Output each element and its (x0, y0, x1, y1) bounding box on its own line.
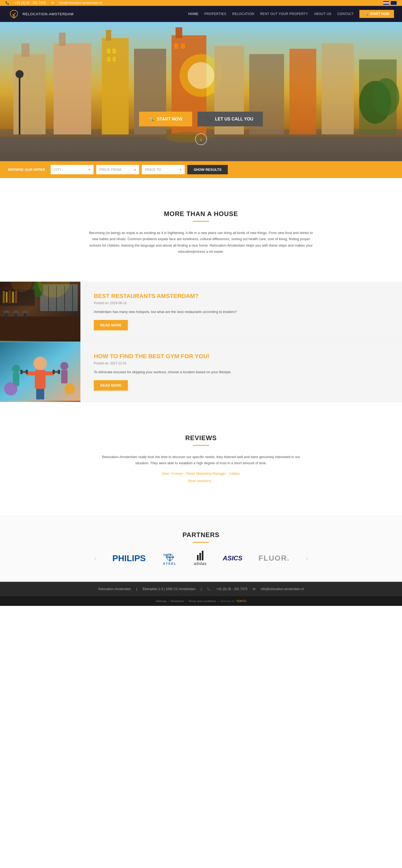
nav-home[interactable]: HOME (188, 12, 198, 16)
svg-rect-45 (73, 286, 73, 311)
carousel-prev-button[interactable]: ‹ (94, 555, 96, 562)
footer-contact: Relocation-Amsterdam | Eikenplein 1-3 | … (8, 587, 394, 591)
svg-rect-39 (24, 312, 26, 320)
phone-icon-hero: 📞 (207, 117, 212, 122)
nav-about[interactable]: ABOUT US (314, 12, 332, 16)
search-icon-hero: 🔍 (149, 117, 154, 122)
partners-underline (193, 542, 209, 543)
let-us-call-hero-button[interactable]: 📞 LET US CALL YOU (198, 112, 263, 126)
footer-address: Eikenplein 1-3 | 1092 CC Amsterdam (143, 587, 195, 591)
read-more-button-1[interactable]: READ MORE (94, 320, 128, 331)
svg-rect-24 (113, 57, 116, 62)
svg-rect-10 (106, 30, 111, 41)
footer-phone: +31 (0) 20 - 331 7373 (216, 587, 247, 591)
scroll-circle[interactable]: ↓ (195, 133, 207, 145)
footer-disclaimer[interactable]: Disclaimer (170, 599, 184, 603)
carousel-next-button[interactable]: › (306, 555, 308, 562)
price-to-select-wrapper[interactable]: PRICE TO (142, 165, 185, 174)
top-bar-contact: 📞 +31 (0) 20 - 331 7373 ✉ info@relocatio… (5, 1, 102, 5)
reviews-underline (193, 445, 209, 446)
restaurant-illustration (0, 282, 80, 341)
flag-en[interactable] (391, 1, 397, 5)
article-row-2: HOW TO FIND THE BEST GYM FOR YOU! Posted… (0, 342, 402, 402)
svg-rect-75 (0, 342, 80, 401)
article-content-2: HOW TO FIND THE BEST GYM FOR YOU! Posted… (80, 342, 402, 402)
flag-nl[interactable] (383, 1, 389, 5)
logo[interactable]: RELOCATION-AMSTERDAM (8, 8, 74, 20)
nav-links: HOME PROPERTIES RELOCATION RENT OUT YOUR… (188, 10, 394, 18)
nav-start-now-button[interactable]: 🔍 START NOW (360, 10, 394, 18)
footer-email-icon: ✉ (253, 587, 255, 591)
partners-title: PARTNERS (0, 531, 402, 539)
search-bar: BROWSE OUR OFFER CITY... PRICE FROM PRIC… (0, 161, 402, 178)
adidas-stripe-1 (197, 555, 199, 560)
philips-logo: PHILIPS (112, 553, 146, 563)
top-bar: 📞 +31 (0) 20 - 331 7373 ✉ info@relocatio… (0, 0, 402, 6)
footer-yoktu[interactable]: YOKTU (236, 599, 246, 603)
article-text-1: Amsterdam has many new hotspots, but wha… (94, 309, 389, 315)
footer-link-sep-2: | (186, 599, 186, 603)
svg-rect-26 (181, 43, 185, 49)
footer-link-sep-3: | (218, 599, 219, 603)
hero-section: 🔍 START NOW 📞 LET US CALL YOU ↓ (0, 22, 402, 161)
footer-website-by: Website by (220, 599, 234, 603)
article-image-gym (0, 342, 80, 402)
reviews-section: REVIEWS Relocation-Amsterdam really took… (0, 402, 402, 516)
footer-email: info@relocation-amsterdam.nl (261, 587, 304, 591)
footer-sitemap[interactable]: Sitemap (156, 599, 166, 603)
scroll-down-button[interactable]: ↓ (195, 133, 207, 145)
price-from-select[interactable]: PRICE FROM (96, 165, 139, 174)
article-date-2: Posted on: 2017-12-01 (94, 362, 389, 365)
price-from-select-wrapper[interactable]: PRICE FROM (96, 165, 139, 174)
partner-asics: ASICS (223, 555, 242, 562)
nav-properties[interactable]: PROPERTIES (204, 12, 226, 16)
email-address: info@relocation-amsterdam.nl (59, 1, 102, 5)
svg-rect-7 (54, 43, 91, 134)
reviews-inner: REVIEWS Relocation-Amsterdam really took… (94, 418, 308, 499)
city-select[interactable]: CITY... (51, 165, 93, 174)
browse-offer-label: BROWSE OUR OFFER (8, 167, 45, 172)
nav-contact[interactable]: CONTACT (337, 12, 354, 16)
more-section: MORE THAN A HOUSE Becoming (or being) an… (0, 178, 402, 271)
article-image-restaurant (0, 282, 80, 342)
partners-section: PARTNERS ‹ PHILIPS TATA STEEL (0, 515, 402, 582)
adidas-stripe-3 (202, 551, 203, 560)
svg-rect-18 (289, 49, 316, 134)
start-now-hero-button[interactable]: 🔍 START NOW (139, 112, 192, 126)
svg-rect-5 (13, 54, 46, 134)
language-switcher[interactable] (383, 1, 397, 5)
svg-rect-25 (174, 43, 178, 49)
review-text: Relocation-Amsterdam really took the tim… (102, 454, 300, 466)
svg-rect-51 (8, 290, 11, 303)
title-underline (193, 221, 209, 222)
reviews-title: REVIEWS (102, 434, 300, 442)
partners-inner: PARTNERS ‹ PHILIPS TATA STEEL (0, 531, 402, 566)
footer-separator-2: | (201, 587, 202, 591)
show-results-button[interactable]: SHOW RESULTS (187, 165, 228, 174)
read-more-button-2[interactable]: READ MORE (94, 380, 128, 391)
svg-rect-21 (107, 49, 110, 54)
articles-section: BEST RESTAURANTS AMSTERDAM? Posted on: 2… (0, 282, 402, 402)
footer-terms[interactable]: Terms and conditions (188, 599, 216, 603)
price-to-select[interactable]: PRICE TO (142, 165, 185, 174)
adidas-stripes (197, 551, 203, 560)
review-author: Marc Vromen - Retail Marketing Manager -… (102, 471, 300, 475)
svg-point-31 (373, 78, 399, 116)
city-select-wrapper[interactable]: CITY... (51, 165, 93, 174)
gym-illustration (0, 342, 80, 401)
partner-adidas: adidas (194, 551, 207, 566)
more-section-inner: MORE THAN A HOUSE Becoming (or being) an… (80, 194, 322, 266)
navbar: RELOCATION-AMSTERDAM HOME PROPERTIES REL… (0, 6, 402, 22)
nav-relocation[interactable]: RELOCATION (232, 12, 254, 16)
svg-point-38 (12, 311, 19, 313)
logo-text: RELOCATION-AMSTERDAM (23, 12, 74, 16)
phone-number: +31 (0) 20 - 331 7373 (15, 1, 46, 5)
footer-main: Relocation-Amsterdam | Eikenplein 1-3 | … (0, 582, 402, 596)
article-title-2: HOW TO FIND THE BEST GYM FOR YOU! (94, 353, 389, 360)
article-title-1: BEST RESTAURANTS AMSTERDAM? (94, 292, 389, 300)
more-reactions-link[interactable]: More reactions... (188, 479, 214, 483)
phone-icon: 📞 (5, 1, 9, 5)
footer-link-sep-1: | (168, 599, 169, 603)
svg-point-40 (22, 311, 28, 313)
nav-rent-out[interactable]: RENT OUT YOUR PROPERTY (260, 12, 308, 16)
